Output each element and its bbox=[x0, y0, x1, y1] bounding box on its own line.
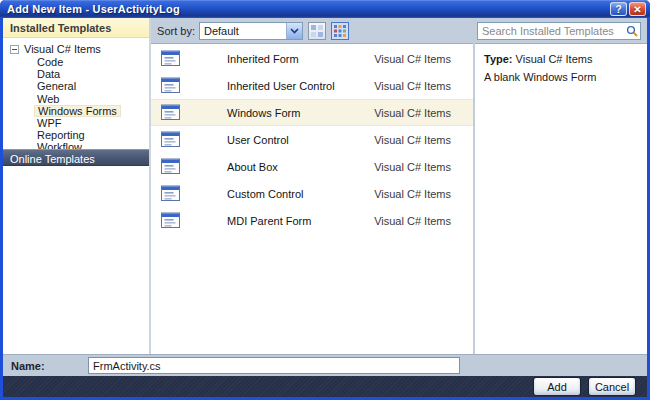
name-label: Name: bbox=[11, 360, 45, 372]
name-input[interactable] bbox=[88, 357, 460, 374]
sort-toolbar: Sort by: Default bbox=[151, 18, 473, 44]
form-template-icon bbox=[159, 131, 183, 148]
template-row-mdi-parent-form[interactable]: MDI Parent Form Visual C# Items bbox=[151, 207, 473, 234]
tree-node-visual-csharp-items[interactable]: Visual C# Items bbox=[3, 42, 149, 56]
installed-templates-header: Installed Templates bbox=[3, 18, 149, 38]
form-template-icon bbox=[159, 212, 183, 229]
online-templates-header[interactable]: Online Templates bbox=[3, 149, 149, 166]
tree-root-label: Visual C# Items bbox=[24, 43, 101, 55]
template-category-tree: Visual C# Items Code Data General Web Wi… bbox=[3, 38, 149, 154]
dialog-title: Add New Item - UserActivityLog bbox=[7, 3, 608, 15]
templates-sidebar: Installed Templates Visual C# Items Code… bbox=[3, 18, 151, 354]
name-row: Name: bbox=[3, 354, 647, 376]
tree-children: Code Data General Web Windows Forms WPF … bbox=[3, 56, 149, 154]
dialog-body: Installed Templates Visual C# Items Code… bbox=[3, 18, 647, 354]
add-button[interactable]: Add bbox=[533, 377, 581, 396]
form-template-icon bbox=[159, 158, 183, 175]
search-box bbox=[477, 22, 641, 40]
medium-icons-view-button[interactable] bbox=[331, 22, 349, 40]
template-description: A blank Windows Form bbox=[484, 71, 639, 83]
form-template-icon bbox=[159, 77, 183, 94]
small-icons-view-button[interactable] bbox=[308, 22, 326, 40]
sidebar-item-reporting[interactable]: Reporting bbox=[3, 129, 149, 141]
form-template-icon bbox=[159, 50, 183, 67]
details-panel: Type: Visual C# Items A blank Windows Fo… bbox=[475, 18, 647, 354]
type-line: Type: Visual C# Items bbox=[484, 53, 639, 65]
search-row bbox=[475, 18, 647, 44]
sidebar-item-data[interactable]: Data bbox=[3, 68, 149, 80]
sidebar-item-general[interactable]: General bbox=[3, 80, 149, 92]
template-row-windows-form[interactable]: Windows Form Visual C# Items bbox=[151, 99, 473, 126]
add-new-item-dialog: Add New Item - UserActivityLog ? ✕ Insta… bbox=[0, 0, 650, 400]
medium-icons-view-icon bbox=[334, 25, 346, 37]
small-icons-view-icon bbox=[311, 25, 323, 37]
template-row-user-control[interactable]: User Control Visual C# Items bbox=[151, 126, 473, 153]
chevron-down-icon[interactable] bbox=[286, 23, 302, 39]
type-value: Visual C# Items bbox=[516, 53, 593, 65]
type-label: Type: bbox=[484, 53, 513, 65]
dialog-titlebar[interactable]: Add New Item - UserActivityLog ? ✕ bbox=[0, 0, 650, 18]
sidebar-item-wpf[interactable]: WPF bbox=[3, 117, 149, 129]
template-row-inherited-user-control[interactable]: Inherited User Control Visual C# Items bbox=[151, 72, 473, 99]
search-input[interactable] bbox=[478, 25, 624, 37]
sidebar-item-windows-forms[interactable]: Windows Forms bbox=[3, 105, 149, 117]
sort-by-label: Sort by: bbox=[157, 25, 195, 37]
help-button[interactable]: ? bbox=[610, 2, 627, 16]
sidebar-item-web[interactable]: Web bbox=[3, 93, 149, 105]
template-list-panel: Sort by: Default bbox=[151, 18, 475, 354]
form-template-icon bbox=[159, 185, 183, 202]
collapse-minus-icon[interactable] bbox=[10, 45, 19, 54]
sidebar-item-code[interactable]: Code bbox=[3, 56, 149, 68]
template-details: Type: Visual C# Items A blank Windows Fo… bbox=[475, 44, 647, 83]
cancel-button[interactable]: Cancel bbox=[588, 377, 636, 396]
footer-bar: Add Cancel bbox=[3, 376, 647, 397]
form-template-icon bbox=[159, 104, 183, 121]
close-button[interactable]: ✕ bbox=[629, 2, 646, 16]
sort-by-value: Default bbox=[200, 23, 286, 39]
sort-by-dropdown[interactable]: Default bbox=[199, 22, 303, 40]
magnifier-icon[interactable] bbox=[624, 25, 640, 37]
template-row-inherited-form[interactable]: Inherited Form Visual C# Items bbox=[151, 45, 473, 72]
template-row-custom-control[interactable]: Custom Control Visual C# Items bbox=[151, 180, 473, 207]
template-row-about-box[interactable]: About Box Visual C# Items bbox=[151, 153, 473, 180]
template-list: Inherited Form Visual C# Items Inherited… bbox=[151, 45, 473, 354]
